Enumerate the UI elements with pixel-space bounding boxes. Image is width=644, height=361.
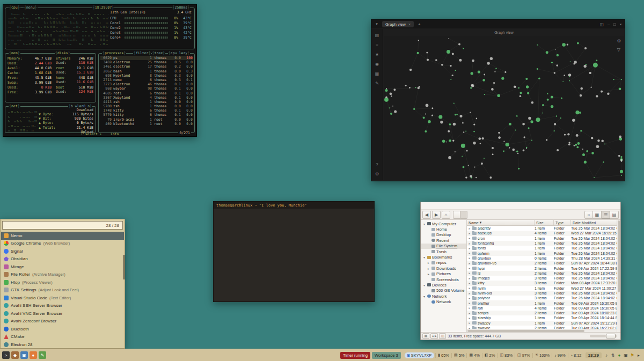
tray-item[interactable]: ▦ 4% (466, 353, 481, 358)
launcher-item[interactable]: GTK Settings (Adjust Look and Feel) (1, 286, 124, 294)
file-row[interactable]: ▸ polybar 3 items Folder Tue 26 Mar 2024… (467, 296, 617, 300)
taskbar-launcher-editor-icon[interactable]: ✎ (39, 351, 46, 359)
status-dot-icon[interactable]: ● (616, 353, 623, 358)
expander-icon[interactable]: ▸ (468, 237, 471, 240)
expander-icon[interactable]: ▸ (468, 227, 471, 230)
sidebar-item[interactable]: Recent (421, 238, 466, 243)
sidebar-item[interactable]: ▾ Devices (421, 282, 466, 288)
expander-icon[interactable]: ▾ (422, 255, 426, 259)
sidebar-item[interactable]: ▸ Pictures (421, 271, 466, 277)
file-row[interactable]: ▸ hypr 2 items Folder Tue 09 Apr 2024 17… (467, 266, 617, 270)
launcher-item[interactable]: Mirage (1, 263, 124, 271)
launcher-item[interactable]: Htop (Process Viewer) (1, 278, 124, 286)
network-icon[interactable]: ⇅ (610, 353, 616, 358)
launcher-item[interactable]: Signal (1, 247, 124, 255)
taskbar-launcher-files-icon[interactable]: ▣ (20, 351, 28, 359)
expander-icon[interactable]: ▸ (427, 272, 430, 276)
obsidian-window[interactable]: Graph view ▤○★◉▦✎ ?⚙ Graph view (371, 19, 625, 181)
filter-button[interactable]: filter (133, 51, 151, 56)
tray-item[interactable]: ☀ 100% (532, 353, 552, 358)
expander-icon[interactable]: ▸ (468, 247, 471, 250)
expander-icon[interactable]: ▸ (468, 286, 471, 290)
launcher-item[interactable]: Visual Studio Code (Text Editor) (1, 294, 124, 302)
tab-close-icon[interactable] (408, 22, 411, 27)
menu-edit[interactable] (427, 205, 433, 207)
terminal-window[interactable]: thomas@archlinux ~ "I love you, Munchie" (213, 201, 375, 302)
process-row[interactable]: 6629 ps 1 thomas 0.0 100 (100, 56, 193, 60)
volume-icon[interactable]: ♪ (603, 353, 610, 358)
places-toggle[interactable]: ▤ (422, 333, 429, 339)
sidebar-item[interactable]: ▾ My Computer (421, 221, 466, 226)
maximize-icon[interactable] (613, 22, 616, 27)
expander-icon[interactable]: ▾ (422, 294, 426, 298)
process-row[interactable]: 4413 zsh 1 thomas 0.0 0.0 (100, 100, 193, 104)
expander-icon[interactable]: ▸ (468, 297, 471, 300)
launcher-item[interactable]: File Roller (Archive Manager) (1, 271, 124, 279)
sidebar-item[interactable]: Desktop (421, 232, 466, 238)
menu-button[interactable]: menu (24, 5, 38, 10)
chevron-down-icon[interactable] (374, 22, 379, 26)
expander-icon[interactable]: ▾ (422, 222, 426, 226)
select-hint[interactable]: ↑ select ↓ (81, 132, 102, 136)
file-row[interactable]: ▸ gruvbox-95 2 items Folder Sun 07 Apr 2… (467, 261, 617, 266)
sidebar-item[interactable]: ▾ Network (421, 293, 466, 299)
launcher-item[interactable]: Electron 28 (1, 341, 124, 348)
column-header[interactable]: Date Modified (571, 220, 617, 225)
launcher-item[interactable]: Avahi SSH Server Browser (1, 302, 124, 310)
taskbar-launcher-browser-icon[interactable]: ● (30, 351, 37, 359)
tray-item[interactable]: ♪ 99% (552, 353, 568, 358)
expander-icon[interactable]: ▸ (427, 267, 430, 270)
process-row[interactable]: 4605 rofi 6 thomas 0.1 0.0 (100, 91, 193, 95)
graph-view-canvas[interactable] (384, 36, 624, 180)
tray-item[interactable]: ▮ 65% (435, 353, 451, 358)
minimize-icon[interactable] (608, 22, 610, 27)
expander-icon[interactable]: ▸ (468, 267, 471, 270)
expander-icon[interactable]: ▸ (468, 242, 471, 245)
process-row[interactable]: 868 waybar 98 thomas 0.1 0.0 (100, 86, 193, 91)
expander-icon[interactable]: ▸ (468, 282, 471, 285)
launcher-item[interactable]: Google Chrome (Web Browser) (1, 240, 124, 248)
expander-icon[interactable]: ▸ (468, 252, 471, 255)
files-icon[interactable]: ▤ (375, 33, 379, 38)
compact-view-button[interactable]: ▤ (610, 211, 619, 219)
canvas-icon[interactable]: ▦ (375, 71, 379, 76)
forward-button[interactable]: ▶ (432, 211, 441, 219)
tray-item[interactable]: ▤ 5% (451, 353, 466, 358)
home-button[interactable]: ⌂ (442, 211, 450, 219)
close-icon[interactable] (620, 22, 622, 27)
bookmarks-icon[interactable]: ★ (375, 52, 379, 57)
file-row[interactable]: ▸ backups 4 items Folder Wed 27 Mar 2024… (467, 231, 617, 235)
sidebar-item[interactable]: ▾ Bookmarks (421, 254, 466, 260)
file-row[interactable]: ▸ scripts 2 items Folder Tue 09 Apr 2024… (467, 311, 617, 315)
workspace-indicator[interactable]: Workspace 3 (372, 352, 401, 359)
column-header[interactable]: Size (535, 220, 554, 225)
file-row[interactable]: ▸ images 3 items Folder Tue 26 Mar 2024 … (467, 276, 617, 281)
expander-icon[interactable]: ▸ (468, 256, 471, 260)
file-row[interactable]: ▸ nvim-old 3 items Folder Tue 26 Mar 202… (467, 291, 617, 296)
process-row[interactable]: 2713 nemo 6 thomas 0.3 0.1 (100, 78, 193, 82)
process-row[interactable]: 698 Hyprland 8 thomas 0.3 0.0 (100, 73, 193, 78)
zoom-reset-toggle[interactable]: 1:1 (430, 333, 438, 339)
menu-help[interactable] (449, 205, 454, 207)
terminal-body[interactable] (214, 209, 374, 302)
column-header[interactable]: Name ▾ (467, 220, 535, 225)
file-row[interactable]: ▸ gruvbox 0 items Folder Thu 28 Mar 2024… (467, 256, 617, 261)
expander-icon[interactable]: ▸ (468, 306, 471, 310)
tray-item[interactable]: ◫ 97% (515, 353, 532, 358)
horizontal-scrollbar[interactable] (467, 329, 617, 332)
sidebar-item[interactable]: ▸ repos (421, 260, 466, 266)
zoom-slider-thumb[interactable] (606, 334, 616, 338)
file-row[interactable]: ▸ prettier 1 item Folder Tue 09 Apr 2024… (467, 300, 617, 305)
graph-filter-icon[interactable] (617, 47, 621, 52)
bell-icon[interactable]: ⚑ (629, 353, 635, 358)
column-header[interactable]: Type (554, 220, 571, 225)
timer-badge[interactable]: Timer running (340, 352, 370, 359)
graph-icon[interactable]: ◉ (375, 62, 379, 67)
process-row[interactable]: 79 irq/9-acpi 1 root 0.0 0.0 (100, 117, 193, 122)
expander-icon[interactable]: ▸ (468, 301, 471, 305)
launcher-item[interactable]: Nemo (1, 232, 124, 240)
sidebar-item[interactable]: Home (421, 226, 466, 232)
taskbar-launcher-package-icon[interactable]: ◆ (11, 351, 19, 359)
breadcrumb-segment[interactable] (453, 211, 460, 219)
process-list[interactable]: 6629 ps 1 thomas 0.0 100 3469 electron 2… (99, 56, 194, 127)
